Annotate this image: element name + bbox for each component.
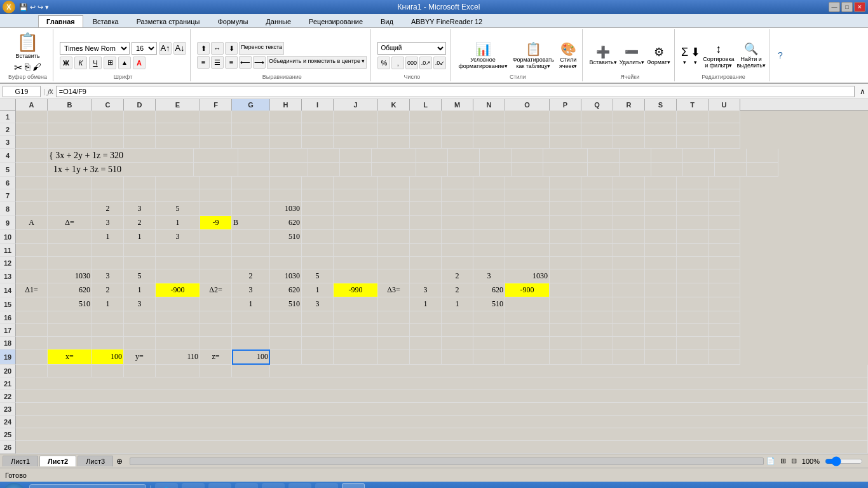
cell-b5[interactable]: 1x + 1y + 3z = 510 [48,163,194,177]
cell-o6[interactable] [505,177,550,189]
cell-m12[interactable] [442,257,473,269]
fill-button[interactable]: ⬇ ▾ [691,45,700,65]
cell-h1[interactable] [270,111,302,123]
cell-j19[interactable] [334,349,378,365]
col-header-i[interactable]: I [302,99,334,111]
cell-h6[interactable] [270,177,302,189]
cell-j14[interactable]: -990 [334,283,378,297]
cell-e6[interactable] [156,177,200,189]
cell-b6[interactable] [48,177,92,189]
cell-g9[interactable]: B [232,216,270,230]
cell-h5[interactable] [308,163,340,177]
cell-u14[interactable] [709,283,740,297]
cell-s1[interactable] [645,111,677,123]
cell-j11[interactable] [334,244,378,257]
cell-b14[interactable]: 620 [48,283,92,297]
cell-e2[interactable] [156,123,200,136]
cell-f10[interactable] [200,230,232,244]
cell-q13[interactable] [581,269,613,283]
cell-g16[interactable] [232,311,270,324]
cell-n5[interactable] [512,163,543,177]
cell-k19[interactable] [378,349,410,365]
cell-i13[interactable]: 5 [302,269,334,283]
tab-data[interactable]: Данные [257,15,299,27]
cell-r18[interactable] [613,337,645,349]
row-header-19[interactable]: 19 [0,349,16,365]
row-header-5[interactable]: 5 [0,163,16,177]
cell-g15[interactable]: 1 [232,297,270,311]
cell-u16[interactable] [709,311,740,324]
cell-r8[interactable] [613,202,645,216]
cell-a16[interactable] [16,311,48,324]
cell-s5[interactable] [683,163,715,177]
cell-s2[interactable] [645,123,677,136]
cut-button[interactable]: ✂ [14,62,22,74]
cell-s16[interactable] [645,311,677,324]
cell-h14[interactable]: 620 [270,283,302,297]
row-header-9[interactable]: 9 [0,216,16,230]
tab-home[interactable]: Главная [38,15,83,27]
cell-t11[interactable] [677,244,709,257]
row-header-26[interactable]: 26 [0,441,16,454]
cell-t8[interactable] [677,202,709,216]
sheet-tab-3[interactable]: Лист3 [78,456,113,466]
copy-button[interactable]: ⎘ [25,62,30,74]
cell-u15[interactable] [709,297,740,311]
cell-n8[interactable] [473,202,505,216]
cell-q2[interactable] [581,123,613,136]
row-header-17[interactable]: 17 [0,324,16,337]
sheet-tab-2[interactable]: Лист2 [39,456,76,466]
cell-o9[interactable] [505,216,550,230]
row-header-2[interactable]: 2 [0,123,16,136]
cell-n17[interactable] [473,324,505,337]
cell-m6[interactable] [442,177,473,189]
cell-l7[interactable] [410,189,442,202]
cell-b1[interactable] [48,111,92,123]
cell-c6[interactable] [92,177,124,189]
cell-h11[interactable] [270,244,302,257]
increase-decimal-button[interactable]: .0↗ [419,57,432,69]
comma-button[interactable]: , [391,57,404,69]
cell-p16[interactable] [550,311,581,324]
tab-review[interactable]: Рецензирование [301,15,371,27]
cell-k4[interactable] [416,149,448,163]
format-painter-button[interactable]: 🖌 [32,62,41,74]
cell-e5[interactable] [194,163,238,177]
function-wizard-icon[interactable]: 𝑓x [48,87,53,96]
cell-d7[interactable] [124,189,156,202]
thousand-sep-button[interactable]: 000 [405,57,418,69]
cell-c13[interactable]: 3 [92,269,124,283]
cell-j9[interactable] [334,216,378,230]
cell-s19[interactable] [645,349,677,365]
cell-i8[interactable] [302,202,334,216]
cell-r3[interactable] [613,136,645,149]
cell-a5[interactable] [16,163,48,177]
cell-o1[interactable] [505,111,550,123]
cell-d12[interactable] [124,257,156,269]
tab-insert[interactable]: Вставка [85,15,127,27]
col-header-k[interactable]: K [378,99,410,111]
cell-reference-input[interactable] [3,86,41,97]
font-size-select[interactable]: 16 [132,42,157,55]
cell-i4[interactable] [340,149,372,163]
cell-s18[interactable] [645,337,677,349]
cell-c15[interactable]: 1 [92,297,124,311]
cell-j5[interactable] [372,163,416,177]
cell-r7[interactable] [613,189,645,202]
cell-t17[interactable] [677,324,709,337]
start-button[interactable]: ⊞ [3,483,25,488]
cell-d8[interactable]: 3 [124,202,156,216]
cell-n15[interactable]: 510 [473,297,505,311]
cell-f15[interactable] [200,297,232,311]
cell-b4[interactable]: { 3x + 2y + 1z = 320 [48,149,194,163]
office-icon[interactable]: X [3,1,15,13]
cell-i17[interactable] [302,324,334,337]
cell-m1[interactable] [442,111,473,123]
font-color-button[interactable]: A [133,57,146,69]
cell-l15[interactable]: 1 [410,297,442,311]
cell-s13[interactable] [645,269,677,283]
cell-q7[interactable] [581,189,613,202]
cell-p11[interactable] [550,244,581,257]
cell-b3[interactable] [48,136,92,149]
cell-a10[interactable] [16,230,48,244]
